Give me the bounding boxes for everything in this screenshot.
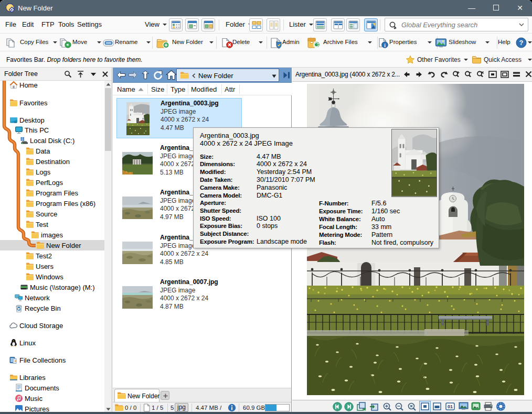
svg-text:?: ? [519, 39, 524, 47]
svg-text:01: 01 [448, 404, 453, 409]
svg-text:i: i [384, 43, 386, 48]
